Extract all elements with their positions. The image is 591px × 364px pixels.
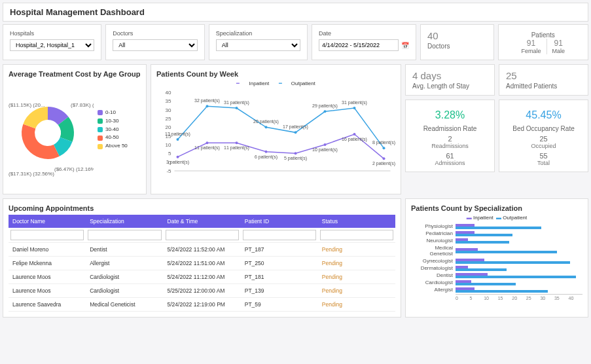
table-row[interactable]: Laurence MoosCardiologist5/25/2022 12:00… — [9, 284, 395, 298]
svg-text:-5: -5 — [166, 168, 171, 174]
svg-point-31 — [177, 156, 179, 158]
stat-los: 4 days Avg. Length of Stay — [405, 64, 495, 96]
svg-text:31 patient(s): 31 patient(s) — [342, 100, 367, 105]
filter-hospitals: Hospitals Hospital_2, Hospital_1 — [3, 24, 101, 60]
date-range-input[interactable] — [319, 39, 399, 51]
pie-chart: ($7.83K) (14.73%) ($6.47K) (12.16%) ($17… — [9, 81, 94, 179]
bar-row: Cardiologist — [411, 280, 582, 285]
table-row[interactable]: Laurence SaavedraMedical Geneticist5/24/… — [9, 298, 395, 312]
table-row[interactable]: Felipe MckennaAllergist5/24/2022 11:51:0… — [9, 257, 395, 270]
filter-label: Hospitals — [10, 30, 94, 37]
chart-title: Patients Count by Specialization — [411, 204, 582, 212]
col-patientid[interactable]: Patient ID — [241, 215, 318, 228]
filter-status[interactable] — [320, 230, 393, 240]
appointments-table: Doctor Name Specialization Date & Time P… — [9, 215, 395, 312]
bar-row: Dermatologist — [411, 265, 582, 271]
svg-text:($7.83K) (14.73%): ($7.83K) (14.73%) — [71, 102, 94, 108]
pie-legend: 0-1010-3030-4040-50Above 50 — [98, 109, 128, 151]
card-title: Upcoming Appointments — [9, 204, 395, 212]
specialization-select[interactable]: All — [216, 39, 300, 51]
bar-row: Dentist — [411, 272, 582, 278]
svg-text:5: 5 — [168, 151, 171, 156]
svg-text:3 patient(s): 3 patient(s) — [166, 160, 189, 165]
svg-text:11 patient(s): 11 patient(s) — [194, 145, 220, 151]
svg-point-43 — [353, 133, 356, 136]
bar-row: Physiologist — [411, 223, 582, 229]
calendar-icon[interactable]: 📅 — [401, 42, 409, 49]
svg-text:29 patient(s): 29 patient(s) — [312, 103, 338, 109]
svg-text:10: 10 — [166, 142, 171, 148]
svg-text:35: 35 — [166, 98, 171, 104]
pie-chart-card: Average Treatment Cost by Age Group ($7.… — [3, 64, 147, 194]
svg-text:17 patient(s): 17 patient(s) — [283, 124, 308, 130]
male-count: 91 — [552, 39, 565, 48]
table-filter-row — [9, 228, 395, 243]
svg-text:13 patient(s): 13 patient(s) — [165, 132, 190, 137]
stat-readmission: 3.28% Readmission Rate 2Readmissions 61A… — [405, 100, 495, 172]
page-title: Hospital Management Dashboard — [3, 3, 588, 22]
col-doctor[interactable]: Doctor Name — [9, 215, 86, 228]
table-row[interactable]: Daniel MorenoDentist5/24/2022 11:52:00 A… — [9, 243, 395, 257]
chart-title: Average Treatment Cost by Age Group — [9, 70, 141, 78]
svg-point-37 — [265, 151, 268, 153]
svg-text:($17.31K) (32.56%): ($17.31K) (32.56%) — [9, 171, 54, 177]
stat-doctors: 40 Doctors — [420, 24, 494, 60]
bar-row: Medical Geneticist — [411, 245, 582, 257]
stat-label: Doctors — [427, 43, 487, 50]
line-chart-card: Patients Count by Week ━ Inpatient ━ Out… — [151, 64, 401, 194]
filters-row: Hospitals Hospital_2, Hospital_1 Doctors… — [3, 24, 588, 60]
filter-doctor[interactable] — [10, 230, 84, 240]
svg-point-23 — [295, 131, 297, 134]
filter-pid[interactable] — [243, 230, 316, 240]
female-count: 91 — [522, 39, 541, 48]
svg-point-35 — [236, 141, 238, 144]
svg-point-33 — [206, 141, 209, 144]
svg-text:16 patient(s): 16 patient(s) — [342, 137, 367, 142]
svg-point-21 — [265, 126, 268, 128]
filter-label: Doctors — [113, 30, 197, 37]
svg-text:20: 20 — [166, 124, 171, 130]
stat-value: 40 — [427, 30, 487, 41]
stat-label: Patients — [505, 31, 581, 39]
svg-point-39 — [295, 152, 297, 155]
svg-text:20 patient(s): 20 patient(s) — [253, 119, 279, 124]
bar-row: Gynecologist — [411, 258, 582, 264]
svg-point-19 — [236, 107, 238, 109]
bar-chart: PhysiologistPediatricianNeurologistMedic… — [411, 223, 582, 293]
filter-specialization: Specialization All — [209, 24, 308, 60]
svg-point-41 — [324, 143, 327, 146]
svg-point-15 — [177, 138, 179, 141]
col-spec[interactable]: Specialization — [86, 215, 163, 228]
svg-text:8 patient(s): 8 patient(s) — [372, 140, 395, 145]
hospitals-select[interactable]: Hospital_2, Hospital_1 — [10, 39, 94, 51]
bar-row: Pediatrician — [411, 230, 582, 236]
stat-occupancy: 45.45% Bed Occupancy Rate 25Occupied 55T… — [499, 100, 588, 172]
line-legend: ━ Inpatient ━ Outpatient — [156, 81, 395, 86]
bar-row: Neurologist — [411, 238, 582, 244]
filter-spec[interactable] — [88, 230, 161, 240]
col-datetime[interactable]: Date & Time — [164, 215, 241, 228]
svg-text:11 patient(s): 11 patient(s) — [224, 145, 249, 151]
table-row[interactable]: Laurence MoosCardiologist5/24/2022 11:12… — [9, 270, 395, 284]
doctors-select[interactable]: All — [113, 39, 197, 51]
filter-label: Specialization — [216, 30, 300, 37]
col-status[interactable]: Status — [318, 215, 395, 228]
filter-doctors: Doctors All — [105, 24, 204, 60]
filter-label: Date — [319, 30, 409, 37]
line-chart: -50510152025303540 13 patient(s)32 patie… — [156, 89, 395, 187]
stat-patients: Patients 91Female 91Male — [498, 24, 588, 60]
filter-dt[interactable] — [166, 230, 239, 240]
svg-text:6 patient(s): 6 patient(s) — [255, 155, 278, 160]
bar-legend: ▬ Inpatient ▬ Outpatient — [411, 215, 582, 221]
svg-text:2 patient(s): 2 patient(s) — [372, 161, 395, 166]
svg-point-27 — [353, 107, 356, 109]
stat-admitted: 25 Admitted Patients — [499, 64, 588, 96]
svg-text:40: 40 — [166, 90, 171, 96]
svg-text:25: 25 — [166, 116, 171, 122]
specialization-chart-card: Patients Count by Specialization ▬ Inpat… — [405, 198, 588, 318]
svg-text:31 patient(s): 31 patient(s) — [224, 100, 249, 105]
chart-title: Patients Count by Week — [156, 70, 395, 78]
svg-text:32 patient(s): 32 patient(s) — [194, 98, 220, 103]
svg-point-45 — [383, 157, 385, 160]
appointments-card: Upcoming Appointments Doctor Name Specia… — [3, 198, 401, 318]
